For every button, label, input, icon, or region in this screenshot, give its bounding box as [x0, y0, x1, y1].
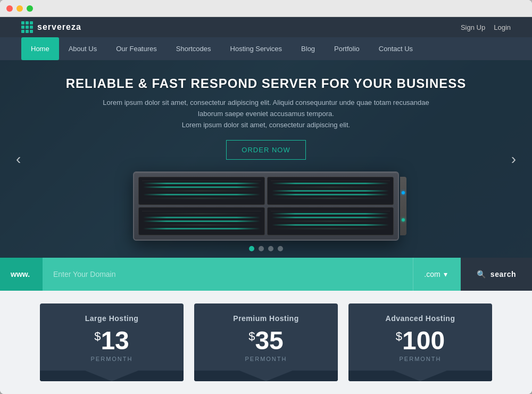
pricing-title-2: Premium Hosting [210, 314, 322, 323]
extension-text: .com [424, 270, 440, 278]
server-rack [133, 171, 399, 241]
nav-item-portfolio[interactable]: Portfolio [325, 37, 369, 60]
nav-item-hosting[interactable]: Hosting Services [221, 37, 292, 60]
nav-item-home[interactable]: Home [21, 37, 59, 60]
chevron-down-icon: ▾ [444, 270, 447, 278]
drive-light [143, 220, 260, 222]
browser-window: servereza Sign Up Login Home About Us Ou… [0, 0, 532, 394]
nav-item-features[interactable]: Our Features [106, 37, 167, 60]
top-bar: servereza Sign Up Login [0, 17, 532, 37]
carousel-dots [249, 241, 283, 258]
logo-icon [21, 21, 33, 33]
drive-light [272, 213, 389, 215]
site: servereza Sign Up Login Home About Us Ou… [0, 17, 532, 394]
pricing-price-3: $100 [364, 328, 476, 354]
drive-light [272, 217, 389, 218]
server-image [133, 171, 399, 241]
pricing-title-1: Large Hosting [56, 314, 168, 323]
close-button[interactable] [6, 5, 13, 12]
drive-light [143, 217, 260, 218]
carousel-dot-3[interactable] [268, 246, 273, 251]
price-value-1: 13 [101, 326, 129, 355]
drive-light [272, 224, 389, 226]
order-now-button[interactable]: ORDER NOW [226, 140, 305, 160]
server-bay-3 [138, 207, 265, 235]
search-icon: 🔍 [477, 270, 486, 278]
carousel-dot-4[interactable] [278, 246, 283, 251]
currency-1: $ [94, 330, 101, 343]
pricing-period-2: PERMONTH [210, 356, 322, 362]
drive-light [272, 198, 389, 199]
pricing-period-3: PERMONTH [364, 356, 476, 362]
carousel-arrow-right[interactable]: › [506, 145, 521, 173]
nav-item-about[interactable]: About Us [59, 37, 106, 60]
pricing-notch-3 [348, 371, 492, 381]
domain-search-bar: www. .com ▾ 🔍 search [0, 258, 532, 291]
pricing-notch-2 [194, 371, 338, 381]
drive-light [143, 190, 260, 192]
drive-light [143, 213, 260, 215]
signup-link[interactable]: Sign Up [461, 23, 485, 31]
server-bay-1 [138, 177, 265, 205]
nav-item-shortcodes[interactable]: Shortcodes [167, 37, 221, 60]
server-bay-4 [267, 207, 394, 235]
server-bay-2 [267, 177, 394, 205]
led-indicator-2 [402, 218, 405, 221]
drive-light [272, 186, 389, 188]
logo-area: servereza [21, 21, 81, 33]
domain-input-wrapper [43, 258, 413, 291]
minimize-button[interactable] [16, 5, 23, 12]
pricing-card-large: Large Hosting $13 PERMONTH [40, 303, 184, 381]
notch-shape-3 [394, 371, 447, 381]
drive-light [272, 228, 389, 229]
nav-item-contact[interactable]: Contact Us [369, 37, 422, 60]
hero-title: RELIABLE & FAST RESPOND SERVER FOR YOUR … [21, 76, 511, 91]
browser-titlebar [0, 0, 532, 17]
search-button-label: search [491, 270, 516, 278]
pricing-notch-1 [40, 371, 184, 381]
domain-extension-select[interactable]: .com ▾ [413, 258, 461, 291]
drive-light [272, 220, 389, 222]
price-value-3: 100 [402, 326, 445, 355]
server-side-panel [400, 177, 406, 235]
currency-2: $ [248, 330, 255, 343]
pricing-card-advanced: Advanced Hosting $100 PERMONTH [348, 303, 492, 381]
pricing-price-2: $35 [210, 328, 322, 354]
pricing-title-3: Advanced Hosting [364, 314, 476, 323]
drive-light [272, 183, 389, 184]
hero-section: ‹ › RELIABLE & FAST RESPOND SERVER FOR Y… [0, 60, 532, 258]
hero-content: RELIABLE & FAST RESPOND SERVER FOR YOUR … [0, 60, 532, 165]
price-value-2: 35 [255, 326, 283, 355]
drive-light [143, 186, 260, 188]
carousel-dot-2[interactable] [259, 246, 264, 251]
carousel-arrow-left[interactable]: ‹ [11, 145, 26, 173]
drive-light [143, 224, 260, 226]
top-auth: Sign Up Login [461, 23, 511, 31]
carousel-dot-1[interactable] [249, 246, 254, 251]
pricing-price-1: $13 [56, 328, 168, 354]
notch-shape-1 [85, 371, 138, 381]
nav-item-blog[interactable]: Blog [292, 37, 325, 60]
maximize-button[interactable] [27, 5, 33, 12]
browser-content: servereza Sign Up Login Home About Us Ou… [0, 17, 532, 394]
currency-3: $ [396, 330, 402, 343]
notch-shape-2 [239, 371, 293, 381]
drive-light [143, 228, 260, 229]
drive-light [143, 194, 260, 195]
domain-input[interactable] [43, 270, 413, 278]
site-logo-text: servereza [37, 22, 81, 32]
drive-light [143, 198, 260, 199]
pricing-period-1: PERMONTH [56, 356, 168, 362]
navbar: Home About Us Our Features Shortcodes Ho… [0, 37, 532, 60]
pricing-section: Large Hosting $13 PERMONTH Premium Hosti… [0, 291, 532, 394]
drive-light [143, 183, 260, 184]
login-link[interactable]: Login [494, 23, 511, 31]
domain-www-label: www. [0, 258, 43, 291]
led-indicator-1 [402, 191, 405, 194]
hero-subtitle: Lorem ipsum dolor sit amet, consectetur … [101, 97, 431, 130]
drive-light [272, 194, 389, 195]
pricing-card-premium: Premium Hosting $35 PERMONTH [194, 303, 338, 381]
drive-light [272, 190, 389, 192]
search-button[interactable]: 🔍 search [461, 258, 532, 291]
